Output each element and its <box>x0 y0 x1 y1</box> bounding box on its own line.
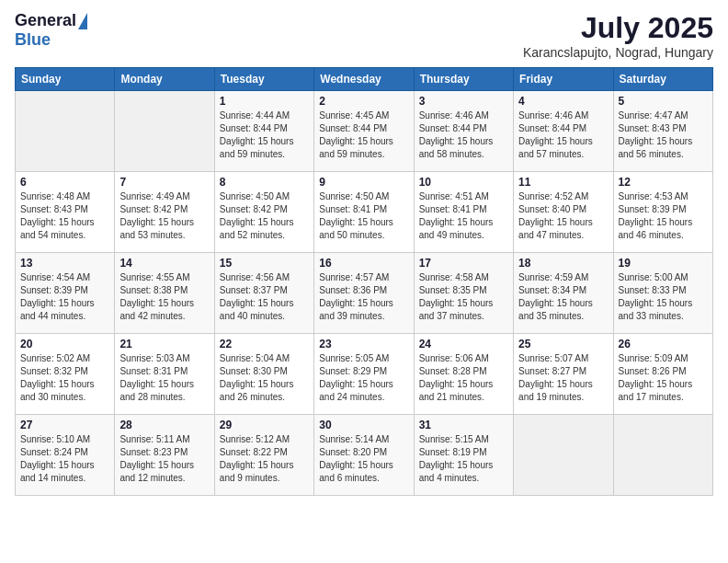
day-info: Sunrise: 5:15 AM Sunset: 8:19 PM Dayligh… <box>419 433 508 485</box>
day-info: Sunrise: 5:09 AM Sunset: 8:26 PM Dayligh… <box>619 352 708 404</box>
day-info: Sunrise: 4:50 AM Sunset: 8:42 PM Dayligh… <box>220 190 309 242</box>
day-number: 12 <box>619 176 708 189</box>
day-number: 16 <box>319 257 408 270</box>
calendar-cell: 19Sunrise: 5:00 AM Sunset: 8:33 PM Dayli… <box>613 253 712 334</box>
day-number: 18 <box>518 257 608 270</box>
main-title: July 2025 <box>523 11 713 45</box>
logo-blue-text: Blue <box>15 30 51 50</box>
day-number: 5 <box>619 95 708 108</box>
day-info: Sunrise: 5:05 AM Sunset: 8:29 PM Dayligh… <box>319 352 408 404</box>
calendar-table: SundayMondayTuesdayWednesdayThursdayFrid… <box>15 67 713 496</box>
header: General Blue July 2025 Karancslapujto, N… <box>15 11 713 60</box>
day-info: Sunrise: 4:49 AM Sunset: 8:42 PM Dayligh… <box>119 190 209 242</box>
calendar-cell: 18Sunrise: 4:59 AM Sunset: 8:34 PM Dayli… <box>514 253 613 334</box>
day-info: Sunrise: 5:06 AM Sunset: 8:28 PM Dayligh… <box>419 352 508 404</box>
logo-general-text: General <box>15 11 76 30</box>
day-info: Sunrise: 4:52 AM Sunset: 8:40 PM Dayligh… <box>518 190 608 242</box>
day-info: Sunrise: 4:46 AM Sunset: 8:44 PM Dayligh… <box>518 109 608 161</box>
day-info: Sunrise: 4:57 AM Sunset: 8:36 PM Dayligh… <box>319 271 408 323</box>
day-info: Sunrise: 5:07 AM Sunset: 8:27 PM Dayligh… <box>518 352 608 404</box>
day-info: Sunrise: 5:12 AM Sunset: 8:22 PM Dayligh… <box>220 433 309 485</box>
day-info: Sunrise: 4:55 AM Sunset: 8:38 PM Dayligh… <box>119 271 209 323</box>
day-number: 9 <box>319 176 408 189</box>
page: General Blue July 2025 Karancslapujto, N… <box>0 0 728 563</box>
day-number: 27 <box>20 419 109 431</box>
day-number: 26 <box>619 338 708 350</box>
calendar-week-row: 13Sunrise: 4:54 AM Sunset: 8:39 PM Dayli… <box>16 253 713 334</box>
day-number: 31 <box>419 419 508 431</box>
day-info: Sunrise: 4:47 AM Sunset: 8:43 PM Dayligh… <box>619 109 708 161</box>
calendar-cell: 23Sunrise: 5:05 AM Sunset: 8:29 PM Dayli… <box>314 334 414 415</box>
day-number: 8 <box>220 176 309 189</box>
subtitle: Karancslapujto, Nograd, Hungary <box>523 45 713 60</box>
day-number: 15 <box>220 257 309 270</box>
day-info: Sunrise: 4:51 AM Sunset: 8:41 PM Dayligh… <box>419 190 508 242</box>
calendar-cell: 25Sunrise: 5:07 AM Sunset: 8:27 PM Dayli… <box>514 334 613 415</box>
calendar-week-row: 6Sunrise: 4:48 AM Sunset: 8:43 PM Daylig… <box>16 172 713 253</box>
calendar-cell <box>514 415 613 496</box>
day-number: 4 <box>518 95 608 108</box>
calendar-cell: 29Sunrise: 5:12 AM Sunset: 8:22 PM Dayli… <box>214 415 313 496</box>
day-info: Sunrise: 4:46 AM Sunset: 8:44 PM Dayligh… <box>419 109 508 161</box>
calendar-body: 1Sunrise: 4:44 AM Sunset: 8:44 PM Daylig… <box>16 91 713 496</box>
day-info: Sunrise: 5:14 AM Sunset: 8:20 PM Dayligh… <box>319 433 408 485</box>
day-number: 21 <box>119 338 209 350</box>
day-number: 13 <box>20 257 109 270</box>
calendar-cell: 8Sunrise: 4:50 AM Sunset: 8:42 PM Daylig… <box>214 172 313 253</box>
day-info: Sunrise: 4:50 AM Sunset: 8:41 PM Dayligh… <box>319 190 408 242</box>
calendar-cell: 21Sunrise: 5:03 AM Sunset: 8:31 PM Dayli… <box>115 334 214 415</box>
calendar-cell: 28Sunrise: 5:11 AM Sunset: 8:23 PM Dayli… <box>115 415 214 496</box>
day-number: 22 <box>220 338 309 350</box>
day-number: 7 <box>119 176 209 189</box>
calendar-cell: 4Sunrise: 4:46 AM Sunset: 8:44 PM Daylig… <box>514 91 613 172</box>
day-info: Sunrise: 4:48 AM Sunset: 8:43 PM Dayligh… <box>20 190 109 242</box>
calendar-day-header: Saturday <box>613 68 712 91</box>
calendar-header-row: SundayMondayTuesdayWednesdayThursdayFrid… <box>16 68 713 91</box>
calendar-cell: 15Sunrise: 4:56 AM Sunset: 8:37 PM Dayli… <box>214 253 313 334</box>
calendar-cell <box>115 91 214 172</box>
day-number: 24 <box>419 338 508 350</box>
calendar-cell: 26Sunrise: 5:09 AM Sunset: 8:26 PM Dayli… <box>613 334 712 415</box>
day-info: Sunrise: 4:56 AM Sunset: 8:37 PM Dayligh… <box>220 271 309 323</box>
day-info: Sunrise: 4:53 AM Sunset: 8:39 PM Dayligh… <box>619 190 708 242</box>
day-number: 3 <box>419 95 508 108</box>
day-number: 23 <box>319 338 408 350</box>
day-number: 25 <box>518 338 608 350</box>
calendar-cell: 12Sunrise: 4:53 AM Sunset: 8:39 PM Dayli… <box>613 172 712 253</box>
day-number: 20 <box>20 338 109 350</box>
calendar-cell <box>613 415 712 496</box>
day-info: Sunrise: 5:10 AM Sunset: 8:24 PM Dayligh… <box>20 433 109 485</box>
calendar-cell <box>16 91 115 172</box>
calendar-day-header: Monday <box>115 68 214 91</box>
title-block: July 2025 Karancslapujto, Nograd, Hungar… <box>523 11 713 60</box>
calendar-day-header: Thursday <box>414 68 513 91</box>
calendar-cell: 16Sunrise: 4:57 AM Sunset: 8:36 PM Dayli… <box>314 253 414 334</box>
day-number: 6 <box>20 176 109 189</box>
calendar-cell: 1Sunrise: 4:44 AM Sunset: 8:44 PM Daylig… <box>214 91 313 172</box>
calendar-cell: 7Sunrise: 4:49 AM Sunset: 8:42 PM Daylig… <box>115 172 214 253</box>
calendar-cell: 20Sunrise: 5:02 AM Sunset: 8:32 PM Dayli… <box>16 334 115 415</box>
day-number: 11 <box>518 176 608 189</box>
calendar-week-row: 20Sunrise: 5:02 AM Sunset: 8:32 PM Dayli… <box>16 334 713 415</box>
day-info: Sunrise: 5:03 AM Sunset: 8:31 PM Dayligh… <box>119 352 209 404</box>
day-info: Sunrise: 5:02 AM Sunset: 8:32 PM Dayligh… <box>20 352 109 404</box>
calendar-day-header: Wednesday <box>314 68 414 91</box>
calendar-cell: 22Sunrise: 5:04 AM Sunset: 8:30 PM Dayli… <box>214 334 313 415</box>
calendar-day-header: Friday <box>514 68 613 91</box>
calendar-cell: 27Sunrise: 5:10 AM Sunset: 8:24 PM Dayli… <box>16 415 115 496</box>
day-info: Sunrise: 5:00 AM Sunset: 8:33 PM Dayligh… <box>619 271 708 323</box>
calendar-cell: 14Sunrise: 4:55 AM Sunset: 8:38 PM Dayli… <box>115 253 214 334</box>
day-number: 10 <box>419 176 508 189</box>
day-info: Sunrise: 4:58 AM Sunset: 8:35 PM Dayligh… <box>419 271 508 323</box>
calendar-cell: 24Sunrise: 5:06 AM Sunset: 8:28 PM Dayli… <box>414 334 513 415</box>
calendar-cell: 6Sunrise: 4:48 AM Sunset: 8:43 PM Daylig… <box>16 172 115 253</box>
calendar-day-header: Sunday <box>16 68 115 91</box>
calendar-cell: 30Sunrise: 5:14 AM Sunset: 8:20 PM Dayli… <box>314 415 414 496</box>
logo-triangle-icon <box>78 13 87 29</box>
day-info: Sunrise: 4:54 AM Sunset: 8:39 PM Dayligh… <box>20 271 109 323</box>
day-number: 28 <box>119 419 209 431</box>
calendar-cell: 5Sunrise: 4:47 AM Sunset: 8:43 PM Daylig… <box>613 91 712 172</box>
calendar-week-row: 27Sunrise: 5:10 AM Sunset: 8:24 PM Dayli… <box>16 415 713 496</box>
day-number: 17 <box>419 257 508 270</box>
calendar-cell: 13Sunrise: 4:54 AM Sunset: 8:39 PM Dayli… <box>16 253 115 334</box>
